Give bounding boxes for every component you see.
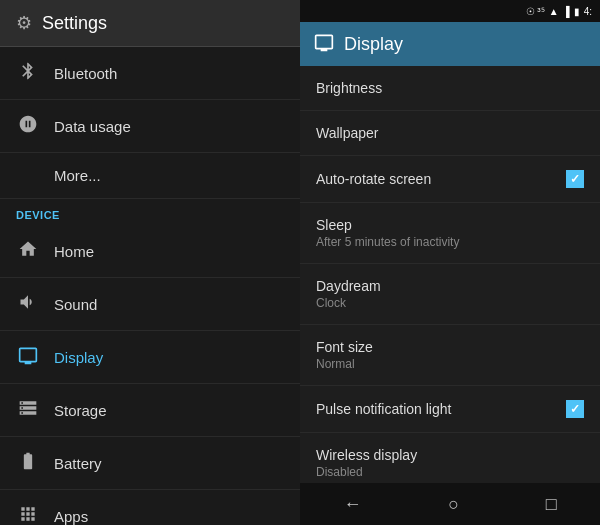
recents-button[interactable]: □ (526, 486, 577, 523)
brightness-item[interactable]: Brightness (300, 66, 600, 111)
wireless-display-title: Wireless display (316, 447, 417, 463)
home-label: Home (54, 243, 94, 260)
bluetooth-label: Bluetooth (54, 65, 117, 82)
sidebar-item-bluetooth[interactable]: Bluetooth (0, 47, 300, 100)
apps-icon (16, 504, 40, 525)
left-menu: Bluetooth Data usage More... DEVICE Home (0, 47, 300, 525)
battery-label: Battery (54, 455, 102, 472)
auto-rotate-title: Auto-rotate screen (316, 171, 431, 187)
battery-status-icon: ▮ (574, 6, 580, 17)
brightness-title: Brightness (316, 80, 382, 96)
left-panel: ⚙ Settings Bluetooth Data usage More... … (0, 0, 300, 525)
sleep-text: Sleep After 5 minutes of inactivity (316, 217, 459, 249)
wallpaper-text: Wallpaper (316, 125, 379, 141)
daydream-item[interactable]: Daydream Clock (300, 264, 600, 325)
display-page-title: Display (344, 34, 403, 55)
wallpaper-title: Wallpaper (316, 125, 379, 141)
auto-rotate-item[interactable]: Auto-rotate screen (300, 156, 600, 203)
sidebar-item-sound[interactable]: Sound (0, 278, 300, 331)
pulse-notification-title: Pulse notification light (316, 401, 451, 417)
sidebar-item-data-usage[interactable]: Data usage (0, 100, 300, 153)
daydream-text: Daydream Clock (316, 278, 381, 310)
pulse-notification-item[interactable]: Pulse notification light (300, 386, 600, 433)
battery-icon (16, 451, 40, 475)
sound-icon (16, 292, 40, 316)
bluetooth-icon (16, 61, 40, 85)
storage-icon (16, 398, 40, 422)
wallpaper-item[interactable]: Wallpaper (300, 111, 600, 156)
storage-label: Storage (54, 402, 107, 419)
device-section-header: DEVICE (0, 199, 300, 225)
status-bar: ☉ ³⁵ ▲ ▐ ▮ 4: (300, 0, 600, 22)
sidebar-item-home[interactable]: Home (0, 225, 300, 278)
auto-rotate-text: Auto-rotate screen (316, 171, 431, 187)
right-header: Display (300, 22, 600, 66)
apps-label: Apps (54, 508, 88, 525)
font-size-subtitle: Normal (316, 357, 373, 371)
brightness-text: Brightness (316, 80, 382, 96)
font-size-item[interactable]: Font size Normal (300, 325, 600, 386)
data-usage-icon (16, 114, 40, 138)
display-header-icon (314, 32, 334, 56)
home-icon (16, 239, 40, 263)
more-label: More... (54, 167, 101, 184)
daydream-title: Daydream (316, 278, 381, 294)
nav-bar: ← ○ □ (300, 483, 600, 525)
sound-label: Sound (54, 296, 97, 313)
data-usage-label: Data usage (54, 118, 131, 135)
daydream-subtitle: Clock (316, 296, 381, 310)
wireless-display-subtitle: Disabled (316, 465, 417, 479)
time-display: 4: (584, 6, 592, 17)
sidebar-item-storage[interactable]: Storage (0, 384, 300, 437)
display-label: Display (54, 349, 103, 366)
signal-icon: ▲ (549, 6, 559, 17)
wireless-display-text: Wireless display Disabled (316, 447, 417, 479)
wifi-icon: ▐ (563, 6, 570, 17)
right-panel: ☉ ³⁵ ▲ ▐ ▮ 4: Display Brightness Wallpap… (300, 0, 600, 525)
sidebar-item-display[interactable]: Display (0, 331, 300, 384)
back-button[interactable]: ← (323, 486, 381, 523)
left-header: ⚙ Settings (0, 0, 300, 47)
sidebar-item-battery[interactable]: Battery (0, 437, 300, 490)
font-size-title: Font size (316, 339, 373, 355)
auto-rotate-checkbox[interactable] (566, 170, 584, 188)
sleep-subtitle: After 5 minutes of inactivity (316, 235, 459, 249)
font-size-text: Font size Normal (316, 339, 373, 371)
gear-icon: ⚙ (16, 12, 32, 34)
display-settings-list: Brightness Wallpaper Auto-rotate screen … (300, 66, 600, 483)
sidebar-item-apps[interactable]: Apps (0, 490, 300, 525)
display-sidebar-icon (16, 345, 40, 369)
pulse-notification-text: Pulse notification light (316, 401, 451, 417)
sleep-item[interactable]: Sleep After 5 minutes of inactivity (300, 203, 600, 264)
sidebar-item-more[interactable]: More... (0, 153, 300, 199)
sleep-title: Sleep (316, 217, 459, 233)
status-icons: ☉ ³⁵ (526, 6, 545, 17)
pulse-notification-checkbox[interactable] (566, 400, 584, 418)
home-button[interactable]: ○ (428, 486, 479, 523)
settings-title: Settings (42, 13, 107, 34)
wireless-display-item[interactable]: Wireless display Disabled (300, 433, 600, 483)
